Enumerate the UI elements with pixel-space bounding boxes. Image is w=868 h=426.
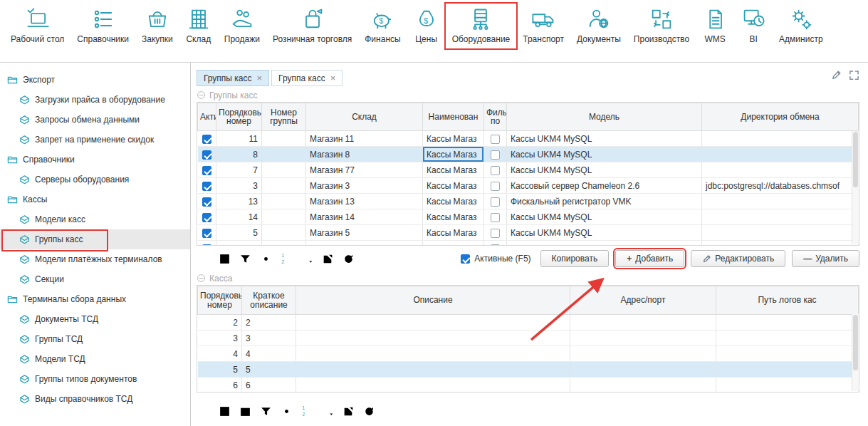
expand-icon[interactable] [849,70,859,80]
table-cell[interactable] [716,346,859,362]
table-cell[interactable]: 3 [242,331,296,346]
nav-item-administration[interactable]: Администр [773,4,829,48]
table-cell[interactable] [702,131,859,147]
table-cell[interactable] [484,194,507,209]
table-cell[interactable]: Магазин 8 [306,147,423,162]
tab-close-icon[interactable]: × [257,73,263,83]
table-cell[interactable] [296,331,570,346]
table-cell[interactable] [198,194,216,209]
table-cell[interactable] [716,331,859,346]
table-cell[interactable]: 5 [198,362,242,378]
table-cell[interactable]: 13 [216,194,262,209]
table-cell[interactable]: 2 [198,315,242,331]
sidebar-item-5[interactable]: Серверы оборудования [0,170,190,189]
table-cell[interactable] [702,147,859,162]
scrollbar-thumb[interactable] [853,132,858,187]
collapse-icon[interactable] [197,90,206,100]
table-cell[interactable]: Кассы UKM4 MySQL [507,131,702,147]
table-cell[interactable] [484,131,507,147]
table-row[interactable]: 33 [198,331,859,346]
vertical-scrollbar[interactable] [852,131,859,244]
table-cell[interactable] [484,241,507,246]
sidebar-item-13[interactable]: Группы ТСД [0,329,190,349]
sidebar-item-0[interactable]: Экспорт [0,70,190,90]
table-row[interactable]: 7Магазин 77Кассы МагазКассы UKM4 MySQL [198,162,859,178]
table-cell[interactable]: jdbc:postgresql://databases.chmsof [702,178,859,194]
table-cell[interactable]: 2 [242,315,296,331]
table-cell[interactable] [484,225,507,241]
table-cell[interactable] [570,315,716,331]
checkbox-checked[interactable] [202,135,211,144]
table-cell[interactable] [484,178,507,194]
delete-button[interactable]: —Удалить [792,250,859,267]
numbered-list-button[interactable]: 12 [300,404,314,418]
checkbox-checked[interactable] [202,182,211,191]
table-cell[interactable]: 3 [216,178,262,194]
table-cell[interactable]: Магазин 14 [306,209,423,225]
table-cell[interactable] [198,178,216,194]
table-cell[interactable]: Кассы UKM4 MySQL [507,147,702,162]
table-cell[interactable] [216,241,262,246]
sidebar-item-4[interactable]: Справочники [0,150,190,170]
table-cell[interactable]: 4 [198,346,242,362]
checkbox-checked[interactable] [202,213,211,222]
table-cell[interactable] [296,362,570,378]
table-cell[interactable] [423,241,484,246]
collapse-icon[interactable] [197,274,206,283]
nav-item-wms[interactable]: WMS [696,4,734,48]
scrollbar-thumb[interactable] [853,315,858,370]
checkbox-checked[interactable] [202,197,211,207]
table-cell[interactable]: Магазин 5 [306,225,423,241]
table-row[interactable]: 13Магазин 13Кассы МагазФискальный регист… [198,194,859,209]
table-cell[interactable] [484,162,507,178]
table-cell[interactable]: 14 [216,209,262,225]
calendar-button[interactable] [238,404,252,418]
edit-pencil-icon[interactable] [831,70,842,80]
checkbox-checked[interactable] [461,254,470,264]
table-cell[interactable] [484,209,507,225]
checkbox-unchecked[interactable] [491,166,500,175]
checkbox-unchecked[interactable] [491,182,500,191]
table-cell[interactable] [570,346,716,362]
copy-button[interactable]: Копировать [540,250,610,267]
refresh-button[interactable] [341,251,355,266]
nav-item-equipment[interactable]: Оборудование [446,4,517,48]
tab-close-icon[interactable]: × [330,73,336,83]
table-cell[interactable]: Кассовый сервер Chameleon 2.6 [507,178,702,194]
table-cell[interactable]: Кассы UKM4 MySQL [507,162,702,178]
table-row[interactable]: 44 [198,346,859,362]
table-cell[interactable]: Кассы Магаз [423,194,484,209]
table-cell[interactable] [262,131,306,147]
nav-item-retail[interactable]: Розничная торговля [266,4,358,48]
sidebar-item-16[interactable]: Виды справочников ТСД [0,389,190,409]
nav-item-desktop[interactable]: Рабочий стол [4,4,70,48]
table-cell[interactable] [702,162,859,178]
table-cell[interactable]: 7 [216,162,262,178]
table-cell[interactable] [484,147,507,162]
sidebar-item-2[interactable]: Запросы обмена данными [0,110,190,130]
sidebar-item-1[interactable]: Загрузки прайса в оборудование [0,90,190,110]
nav-item-warehouse[interactable]: Склад [179,4,218,48]
column-header[interactable]: Адрес/порт [570,286,716,315]
sidebar-item-6[interactable]: Кассы [0,189,190,209]
nav-item-production[interactable]: Производство [627,4,696,48]
table-cell[interactable] [296,378,570,393]
table-cell[interactable] [716,362,859,378]
vertical-scrollbar[interactable] [852,314,859,391]
grid-view-button[interactable] [217,251,231,266]
list-view-button[interactable] [197,404,211,418]
column-header[interactable]: Филь по [484,103,507,131]
table-cell[interactable] [702,194,859,209]
table-row[interactable]: 22 [198,315,859,331]
table-cell[interactable] [716,315,859,331]
table-row[interactable]: 55 [198,362,859,378]
table-row[interactable]: 14Магазин 14Кассы МагазКассы UKM4 MySQL [198,209,859,225]
table-cell[interactable]: Кассы Магаз [423,162,484,178]
table-cell[interactable]: Магазин 13 [306,194,423,209]
filter-button[interactable] [238,251,252,266]
table-cell[interactable]: Фискальный регистратор VMK [507,194,702,209]
sidebar-item-7[interactable]: Модели касс [0,209,190,229]
table-cell[interactable]: 4 [242,346,296,362]
checkbox-unchecked[interactable] [491,229,500,238]
table-cell[interactable] [507,241,702,246]
